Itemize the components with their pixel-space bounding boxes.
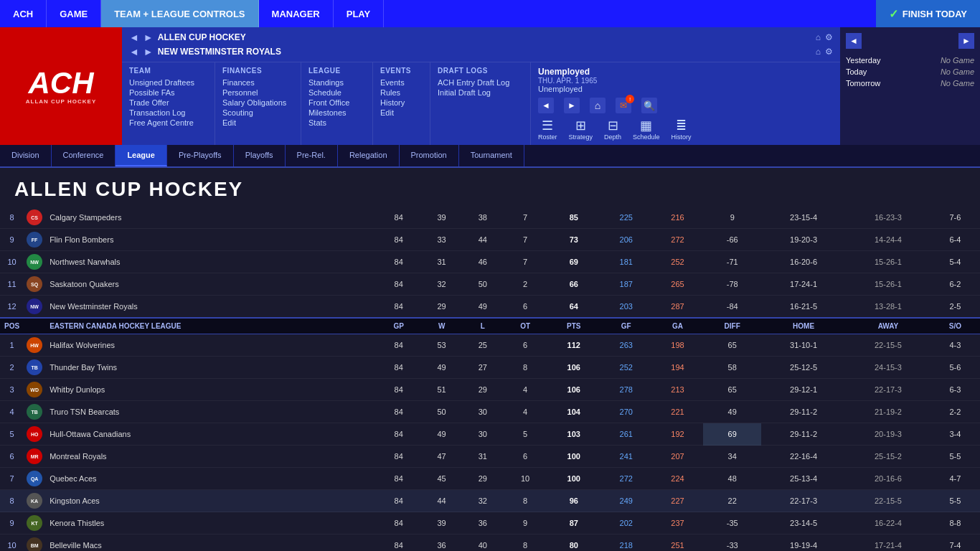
nav-back-button[interactable]: ◄ [538, 98, 554, 113]
home-icon-1[interactable]: ⌂ [816, 32, 821, 42]
events-link[interactable]: Events [380, 77, 423, 88]
tab-promotion[interactable]: Promotion [400, 145, 459, 166]
table-row[interactable]: 9 KT Kenora Thistles 84 39 36 9 87 202 2… [0, 512, 980, 534]
table-row[interactable]: 9 FF Flin Flon Bombers 84 33 44 7 73 206… [0, 229, 980, 251]
salary-obligations-link[interactable]: Salary Obligations [222, 98, 293, 108]
table-row[interactable]: 10 NW Northwest Narwhals 84 31 46 7 69 1… [0, 251, 980, 273]
history-label: History [672, 133, 692, 141]
milestones-link[interactable]: Milestones [308, 108, 365, 118]
nav-team-league[interactable]: TEAM + LEAGUE CONTROLS [101, 0, 258, 27]
tab-playoffs[interactable]: Playoffs [234, 145, 286, 166]
table-row[interactable]: 11 SQ Saskatoon Quakers 84 32 50 2 66 18… [0, 273, 980, 296]
tomorrow-value: No Game [941, 79, 974, 88]
mail-button[interactable]: ✉! [616, 98, 631, 113]
home-icon-2[interactable]: ⌂ [816, 47, 821, 57]
standings-table: 8 CS Calgary Stampeders 84 39 38 7 85 22… [0, 207, 980, 551]
events-menu: EVENTS Events Rules History Edit [373, 62, 430, 145]
nav-ach[interactable]: ACH [0, 0, 47, 27]
user-status: Unemployed [538, 67, 833, 77]
personnel-link[interactable]: Personnel [222, 88, 293, 98]
tab-division[interactable]: Division [0, 145, 52, 166]
standings-link[interactable]: Standings [308, 77, 365, 88]
initial-draft-link[interactable]: Initial Draft Log [438, 88, 523, 98]
nav-forward-button[interactable]: ► [564, 98, 580, 113]
table-row[interactable]: 2 TB Thunder Bay Twins 84 49 27 8 106 25… [0, 357, 980, 379]
right-arrow-2[interactable]: ► [143, 46, 154, 57]
history-button[interactable]: ≣ History [672, 118, 692, 141]
finances-link[interactable]: Finances [222, 77, 293, 88]
scouting-link[interactable]: Scouting [222, 108, 293, 118]
table-row[interactable]: 8 CS Calgary Stampeders 84 39 38 7 85 22… [0, 207, 980, 229]
free-agent-centre-link[interactable]: Free Agent Centre [129, 118, 207, 128]
nav-game[interactable]: GAME [47, 0, 101, 27]
possible-fas-link[interactable]: Possible FAs [129, 88, 207, 98]
table-row[interactable]: 3 WD Whitby Dunlops 84 51 29 4 106 278 2… [0, 379, 980, 401]
right-panel: ◄ ► Yesterday No Game Today No Game Tomo… [840, 27, 980, 145]
rules-link[interactable]: Rules [380, 88, 423, 98]
table-row[interactable]: 8 KA Kingston Aces 84 44 32 8 96 249 227… [0, 490, 980, 512]
roster-icon: ☰ [542, 118, 553, 133]
tab-tournament[interactable]: Tournament [459, 145, 524, 166]
draft-logs-menu: DRAFT LOGS ACH Entry Draft Log Initial D… [430, 62, 531, 145]
team-menu: TEAM Unsigned Draftees Possible FAs Trad… [122, 62, 215, 145]
section-header-eastern: POS EASTERN CANADA HOCKEY LEAGUE GP W L … [0, 318, 980, 334]
settings-icon-2[interactable]: ⚙ [825, 47, 833, 57]
menus-row: TEAM Unsigned Draftees Possible FAs Trad… [122, 62, 840, 145]
finish-today-button[interactable]: ✓ FINISH TODAY [876, 0, 980, 27]
table-row[interactable]: 7 QA Quebec Aces 84 45 29 10 100 272 224… [0, 468, 980, 490]
check-icon: ✓ [889, 7, 898, 21]
allen-cup-hockey-nav[interactable]: ALLEN CUP HOCKEY [158, 32, 246, 42]
tomorrow-label: Tomorrow [846, 79, 880, 88]
schedule-label: Schedule [633, 133, 660, 141]
user-toolbar-section: Unemployed THU. APR. 1 1965 Unemployed ◄… [531, 62, 840, 145]
trade-offer-link[interactable]: Trade Offer [129, 98, 207, 108]
league-schedule-link[interactable]: Schedule [308, 88, 365, 98]
history-link[interactable]: History [380, 98, 423, 108]
dropdown-area: ACH ALLAN CUP HOCKEY ◄ ► ALLEN CUP HOCKE… [0, 27, 980, 145]
front-office-link[interactable]: Front Office [308, 98, 365, 108]
left-arrow-1[interactable]: ◄ [129, 32, 139, 43]
nav-manager[interactable]: MANAGER [259, 0, 334, 27]
draft-logs-menu-title: DRAFT LOGS [438, 67, 523, 75]
strategy-button[interactable]: ⊞ Strategy [569, 118, 593, 141]
schedule-today-row: Today No Game [846, 66, 974, 77]
depth-button[interactable]: ⊟ Depth [604, 118, 621, 141]
tab-conference[interactable]: Conference [52, 145, 116, 166]
schedule-icon: ▦ [640, 118, 652, 133]
transaction-log-link[interactable]: Transaction Log [129, 108, 207, 118]
table-row[interactable]: 5 HO Hull-Ottawa Canadians 84 49 30 5 10… [0, 423, 980, 446]
team-nav-row-2: ◄ ► NEW WESTMINSTER ROYALS ⌂ ⚙ [129, 46, 833, 57]
page-title: ALLEN CUP HOCKEY [0, 168, 980, 207]
tab-relegation[interactable]: Relegation [338, 145, 400, 166]
stats-link[interactable]: Stats [308, 118, 365, 128]
right-arrow-1[interactable]: ► [143, 32, 154, 43]
tab-league[interactable]: League [116, 145, 167, 166]
dropdown-middle: ◄ ► ALLEN CUP HOCKEY ⌂ ⚙ ◄ ► NEW WESTMIN… [122, 27, 840, 145]
right-nav-row: ◄ ► [846, 33, 974, 49]
ach-entry-draft-link[interactable]: ACH Entry Draft Log [438, 77, 523, 88]
yesterday-label: Yesterday [846, 56, 881, 65]
table-row[interactable]: 4 TB Truro TSN Bearcats 84 50 30 4 104 2… [0, 401, 980, 423]
right-nav-next[interactable]: ► [958, 33, 974, 49]
search-button[interactable]: 🔍 [641, 98, 657, 113]
new-westminster-nav[interactable]: NEW WESTMINSTER ROYALS [158, 47, 281, 57]
unsigned-draftees-link[interactable]: Unsigned Draftees [129, 77, 207, 88]
settings-icon-1[interactable]: ⚙ [825, 32, 833, 42]
table-row[interactable]: 12 NW New Westminster Royals 84 29 49 6 … [0, 296, 980, 319]
table-row[interactable]: 6 MR Montreal Royals 84 47 31 6 100 241 … [0, 446, 980, 468]
roster-button[interactable]: ☰ Roster [538, 118, 557, 141]
tab-pre-rel[interactable]: Pre-Rel. [286, 145, 338, 166]
table-row[interactable]: 1 HW Halifax Wolverines 84 53 25 6 112 2… [0, 334, 980, 357]
table-row[interactable]: 10 BM Belleville Macs 84 36 40 8 80 218 … [0, 534, 980, 552]
right-nav-prev[interactable]: ◄ [846, 33, 862, 49]
schedule-tomorrow-row: Tomorrow No Game [846, 77, 974, 89]
nav-play[interactable]: PLAY [334, 0, 384, 27]
home-button[interactable]: ⌂ [590, 98, 606, 113]
schedule-button[interactable]: ▦ Schedule [633, 118, 660, 141]
finances-menu: FINANCES Finances Personnel Salary Oblig… [215, 62, 301, 145]
finances-edit-link[interactable]: Edit [222, 118, 293, 128]
events-edit-link[interactable]: Edit [380, 108, 423, 118]
tab-pre-playoffs[interactable]: Pre-Playoffs [167, 145, 234, 166]
left-arrow-2[interactable]: ◄ [129, 46, 139, 57]
finances-menu-title: FINANCES [222, 67, 293, 75]
